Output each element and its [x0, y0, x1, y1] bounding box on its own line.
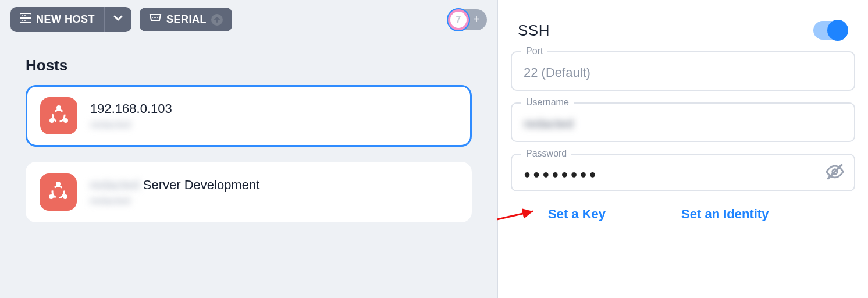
svg-point-15 — [56, 182, 61, 186]
password-field[interactable]: Password ●●●●●●●● — [511, 154, 855, 191]
new-host-dropdown[interactable] — [105, 7, 131, 32]
toggle-knob — [827, 20, 848, 41]
host-text: 192.168.0.103 redacted — [90, 101, 172, 131]
new-host-button[interactable]: NEW HOST — [10, 7, 104, 32]
svg-point-12 — [49, 118, 54, 123]
set-identity-link[interactable]: Set an Identity — [681, 207, 769, 222]
host-card[interactable]: redacted Server Development redacted — [26, 162, 472, 222]
port-field[interactable]: Port 22 (Default) — [511, 51, 855, 91]
ubuntu-icon — [40, 173, 77, 211]
eye-off-icon[interactable] — [825, 162, 845, 184]
svg-point-2 — [22, 15, 23, 16]
port-value: 22 (Default) — [524, 65, 842, 80]
host-list: 192.168.0.103 redacted redacted Server D… — [0, 85, 497, 222]
svg-line-20 — [497, 211, 533, 219]
svg-point-4 — [22, 20, 23, 21]
add-button[interactable]: + — [468, 11, 485, 29]
svg-point-10 — [53, 110, 65, 122]
ubuntu-icon — [40, 97, 77, 134]
svg-point-13 — [63, 118, 68, 123]
ssh-fields: Port 22 (Default) Username redacted Pass… — [498, 45, 868, 191]
port-label: Port — [521, 46, 547, 56]
hosts-grid-icon — [20, 13, 31, 26]
password-value: ●●●●●●●● — [524, 168, 842, 181]
new-host-label: NEW HOST — [36, 13, 95, 26]
ssh-toggle[interactable] — [813, 21, 848, 40]
hosts-section-title: Hosts — [0, 39, 497, 85]
new-host-group: NEW HOST — [10, 7, 131, 32]
username-value: redacted — [524, 116, 574, 132]
chevron-down-icon — [113, 13, 123, 26]
ssh-links: Set a Key Set an Identity — [498, 191, 868, 222]
toolbar-right: 7 + — [448, 9, 487, 30]
ssh-header: SSH — [498, 0, 868, 45]
ssh-panel: SSH Port 22 (Default) Username redacted … — [497, 0, 868, 298]
serial-label: SERIAL — [166, 13, 207, 26]
ssh-title: SSH — [518, 22, 550, 40]
username-label: Username — [521, 97, 574, 108]
svg-point-11 — [56, 105, 61, 110]
svg-point-17 — [63, 194, 67, 199]
host-subtitle: redacted — [90, 119, 131, 131]
arrow-annotation-icon — [497, 207, 543, 224]
serial-port-icon — [149, 13, 162, 26]
svg-point-5 — [24, 20, 26, 21]
svg-point-14 — [52, 186, 64, 198]
serial-button[interactable]: SERIAL — [140, 8, 232, 31]
toolbar: NEW HOST SERIAL 7 + — [0, 0, 497, 39]
svg-point-3 — [24, 15, 26, 16]
host-text: redacted Server Development redacted — [90, 178, 259, 207]
svg-point-16 — [49, 194, 54, 199]
serial-group: SERIAL — [140, 8, 232, 31]
host-subtitle: redacted — [90, 195, 130, 207]
host-card[interactable]: 192.168.0.103 redacted — [26, 85, 472, 147]
notification-pill[interactable]: 7 + — [448, 9, 487, 30]
host-title: 192.168.0.103 — [90, 101, 172, 116]
set-key-link[interactable]: Set a Key — [548, 207, 606, 222]
serial-arrow-icon — [211, 14, 223, 26]
username-field[interactable]: Username redacted — [511, 102, 855, 142]
notification-count: 7 — [448, 9, 469, 30]
host-title: redacted Server Development — [90, 178, 259, 193]
password-label: Password — [521, 148, 571, 159]
